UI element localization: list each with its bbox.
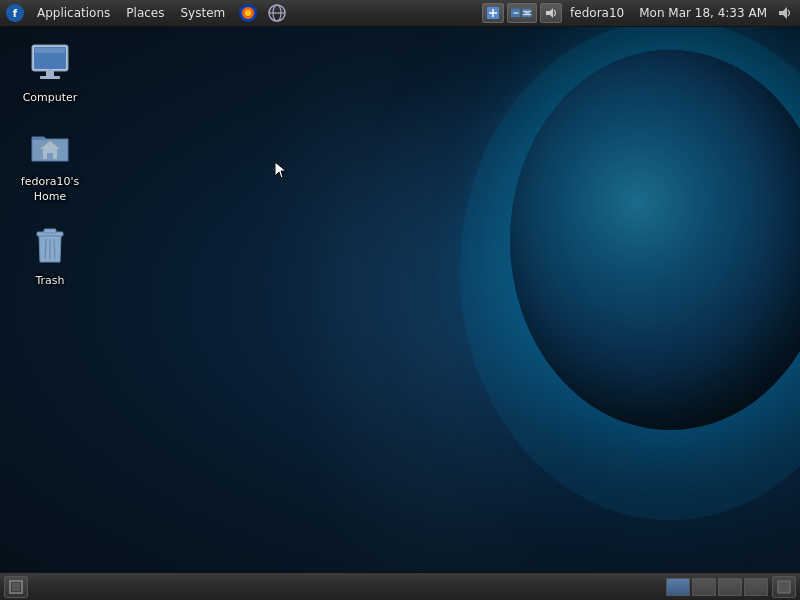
top-panel: f Applications Places System bbox=[0, 0, 800, 27]
svg-point-24 bbox=[49, 68, 51, 70]
computer-icon-image bbox=[26, 39, 74, 87]
svg-rect-27 bbox=[47, 153, 53, 159]
trash-icon-image bbox=[26, 222, 74, 270]
system-menu[interactable]: System bbox=[172, 0, 233, 27]
fedora-logo-icon: f bbox=[4, 2, 26, 24]
speaker-icon[interactable] bbox=[775, 3, 795, 23]
trash-icon[interactable]: Trash bbox=[10, 218, 90, 292]
bottom-panel bbox=[0, 572, 800, 600]
computer-icon-label: Computer bbox=[23, 91, 78, 105]
svg-text:f: f bbox=[13, 8, 18, 19]
svg-point-4 bbox=[245, 10, 251, 16]
home-icon-image bbox=[26, 123, 74, 171]
workspace-2[interactable] bbox=[692, 578, 716, 596]
nm-icon[interactable] bbox=[507, 3, 537, 23]
volume-icon[interactable] bbox=[540, 3, 562, 23]
svg-rect-23 bbox=[40, 76, 60, 79]
edit-tray-icon[interactable] bbox=[482, 3, 504, 23]
svg-marker-17 bbox=[546, 8, 553, 18]
trash-icon-label: Trash bbox=[35, 274, 64, 288]
svg-rect-29 bbox=[44, 229, 56, 233]
workspace-1[interactable] bbox=[666, 578, 690, 596]
applications-menu[interactable]: Applications bbox=[29, 0, 118, 27]
places-menu[interactable]: Places bbox=[118, 0, 172, 27]
svg-marker-18 bbox=[779, 7, 787, 19]
workspace-3[interactable] bbox=[718, 578, 742, 596]
mouse-cursor bbox=[275, 162, 287, 180]
svg-marker-33 bbox=[275, 162, 286, 178]
home-icon-label: fedora10's Home bbox=[14, 175, 86, 204]
show-desktop-button[interactable] bbox=[4, 576, 28, 598]
svg-rect-36 bbox=[778, 581, 790, 593]
computer-icon[interactable]: Computer bbox=[10, 35, 90, 109]
taskbar-left bbox=[0, 576, 28, 598]
workspace-switcher bbox=[666, 576, 800, 598]
firefox-icon[interactable] bbox=[237, 2, 259, 24]
desktop: f Applications Places System bbox=[0, 0, 800, 600]
planet bbox=[510, 50, 800, 430]
panel-left: f Applications Places System bbox=[0, 0, 482, 27]
svg-rect-22 bbox=[46, 71, 54, 76]
network-icon[interactable] bbox=[266, 2, 288, 24]
panel-right: fedora10 Mon Mar 18, 4:33 AM bbox=[482, 3, 800, 23]
taskbar-end-button[interactable] bbox=[772, 576, 796, 598]
workspace-4[interactable] bbox=[744, 578, 768, 596]
home-icon[interactable]: fedora10's Home bbox=[10, 119, 90, 208]
clock: fedora10 bbox=[565, 6, 629, 20]
desktop-icons-container: Computer fedora10's Home bbox=[10, 35, 90, 297]
svg-rect-21 bbox=[35, 48, 65, 53]
svg-rect-35 bbox=[12, 583, 20, 591]
datetime: Mon Mar 18, 4:33 AM bbox=[634, 6, 772, 20]
